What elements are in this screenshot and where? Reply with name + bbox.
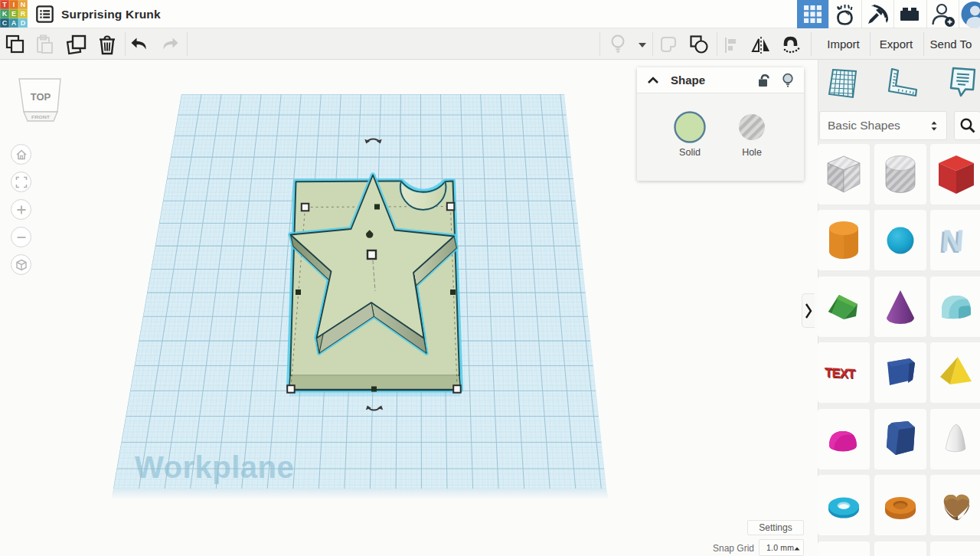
svg-text:Hole: Hole <box>742 147 762 158</box>
svg-text:Solid: Solid <box>679 147 701 158</box>
svg-text:N: N <box>941 224 965 257</box>
svg-text:FRONT: FRONT <box>31 115 50 119</box>
svg-text:TOP: TOP <box>31 91 51 103</box>
svg-text:TEXT: TEXT <box>825 365 856 381</box>
